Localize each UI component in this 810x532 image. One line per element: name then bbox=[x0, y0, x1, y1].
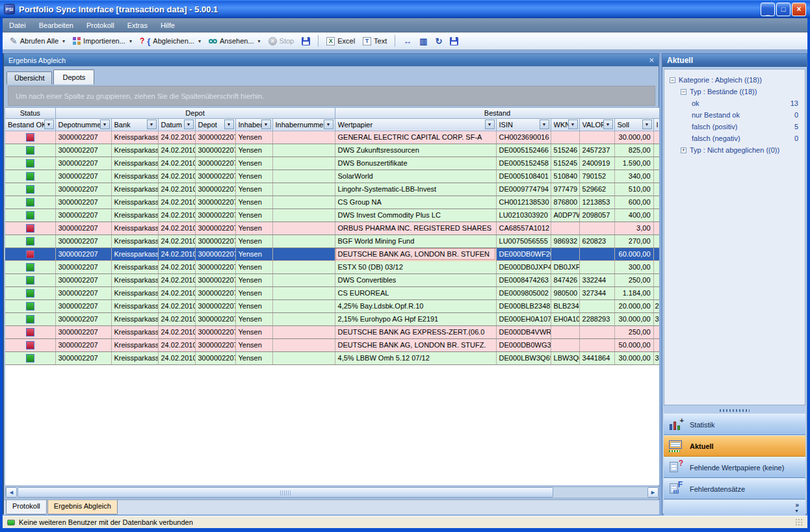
grid-cell[interactable]: SolarWorld bbox=[335, 170, 496, 183]
grid-cell[interactable]: 1.184,00 bbox=[614, 286, 653, 299]
tree-item[interactable]: −Kategorie : Abgleich ((18)) bbox=[664, 74, 805, 86]
grid-cell[interactable] bbox=[272, 131, 335, 144]
grid-cell[interactable]: 1.590,00 bbox=[614, 157, 653, 170]
grid-cell[interactable]: 300,00 bbox=[614, 260, 653, 273]
grid-cell[interactable]: Kreissparkasse bbox=[111, 170, 158, 183]
grid-cell[interactable]: DE000DB0WG37 bbox=[496, 338, 551, 351]
table-row[interactable]: 3000002207Kreissparkasse24.02.2010300000… bbox=[5, 286, 659, 299]
grid-cell[interactable] bbox=[5, 325, 55, 338]
grid-cell[interactable] bbox=[653, 157, 659, 170]
grid-cell[interactable] bbox=[5, 196, 55, 209]
scroll-right-icon[interactable]: ► bbox=[647, 487, 659, 498]
column-header[interactable]: ISIN▼ bbox=[496, 118, 551, 131]
column-header[interactable]: Depot▼ bbox=[195, 118, 235, 131]
sidebar-splitter[interactable] bbox=[664, 407, 805, 413]
filter-dropdown-icon[interactable]: ▼ bbox=[184, 120, 194, 129]
tab-protokoll[interactable]: Protokoll bbox=[6, 500, 47, 514]
grid-cell[interactable]: Yensen bbox=[235, 260, 272, 273]
grid-cell[interactable]: Yensen bbox=[235, 234, 272, 247]
filter-dropdown-icon[interactable]: ▼ bbox=[147, 120, 157, 129]
grid-cell[interactable]: 20.000,00 bbox=[614, 299, 653, 312]
collapse-icon[interactable]: − bbox=[670, 77, 675, 83]
grid-cell[interactable] bbox=[5, 338, 55, 351]
filter-dropdown-icon[interactable]: ▼ bbox=[540, 120, 549, 129]
grid-cell[interactable]: 3000002207 bbox=[195, 222, 235, 234]
grid-cell[interactable]: 3000002207 bbox=[195, 273, 235, 286]
grid-cell[interactable] bbox=[5, 312, 55, 325]
grid-cell[interactable]: 270,00 bbox=[614, 234, 653, 247]
grid-cell[interactable]: 60.000,00 bbox=[614, 247, 653, 260]
grid-cell[interactable]: Kreissparkasse bbox=[111, 273, 158, 286]
grid-cell[interactable]: 3000002207 bbox=[55, 325, 111, 338]
grid-cell[interactable]: DEUTSCHE BANK AG EXPRESS-ZERT.(06.0 bbox=[335, 325, 496, 338]
grid-cell[interactable]: 3000002207 bbox=[55, 260, 111, 273]
grid-cell[interactable]: Yensen bbox=[235, 157, 272, 170]
grid-cell[interactable]: 3000002207 bbox=[55, 131, 111, 144]
tree-item[interactable]: nur Bestand ok0 bbox=[664, 109, 805, 121]
export-text-button[interactable]: T Text bbox=[359, 36, 390, 47]
grid-cell[interactable]: 4,5% LBBW Omh 5.12 07/12 bbox=[335, 351, 496, 364]
grid-cell[interactable]: 250,00 bbox=[614, 325, 653, 338]
ansehen-dropdown-icon[interactable]: ▾ bbox=[258, 38, 261, 44]
grid-cell[interactable] bbox=[5, 183, 55, 196]
tree-item[interactable]: falsch (negativ)0 bbox=[664, 133, 805, 144]
grid-cell[interactable]: 3000002207 bbox=[55, 286, 111, 299]
grid-cell[interactable]: CS EUROREAL bbox=[335, 286, 496, 299]
grid-cell[interactable]: 3000002207 bbox=[195, 325, 235, 338]
tab-ergebnis-abgleich[interactable]: Ergebnis Abgleich bbox=[47, 500, 118, 514]
column-header[interactable]: Depotnummer▼ bbox=[55, 118, 111, 131]
grid-cell[interactable]: 3 bbox=[653, 351, 659, 364]
grid-cell[interactable]: 3000002207 bbox=[195, 351, 235, 364]
tree-item[interactable]: +Typ : Nicht abgeglichen ((0)) bbox=[664, 144, 805, 156]
grid-cell[interactable] bbox=[5, 209, 55, 222]
grid-cell[interactable] bbox=[551, 222, 579, 234]
table-row[interactable]: 3000002207Kreissparkasse24.02.2010300000… bbox=[5, 170, 659, 183]
grid-cell[interactable]: LU0075056555 bbox=[496, 234, 551, 247]
export-excel-button[interactable]: X Excel bbox=[323, 36, 358, 47]
grid-cell[interactable]: 24.02.2010 bbox=[158, 325, 195, 338]
grid-cell[interactable]: 24.02.2010 bbox=[158, 351, 195, 364]
grid-cell[interactable]: 600,00 bbox=[614, 196, 653, 209]
grid-cell[interactable]: Kreissparkasse bbox=[111, 299, 158, 312]
grid-cell[interactable] bbox=[579, 131, 614, 144]
grid-cell[interactable] bbox=[272, 157, 335, 170]
grid-cell[interactable] bbox=[5, 247, 55, 260]
refresh-button[interactable]: ↻ bbox=[432, 35, 446, 47]
fit-width-button[interactable]: ↔ bbox=[400, 35, 415, 47]
grid-cell[interactable] bbox=[579, 338, 614, 351]
grid-cell[interactable]: Yensen bbox=[235, 170, 272, 183]
grid-cell[interactable] bbox=[653, 222, 659, 234]
minimize-button[interactable]: _ bbox=[761, 3, 775, 16]
grid-cell[interactable]: CH0023690016 bbox=[496, 131, 551, 144]
column-header[interactable]: Inhaber▼ bbox=[235, 118, 272, 131]
grid-cell[interactable]: 510840 bbox=[551, 170, 579, 183]
grid-cell[interactable]: DE0008474263 bbox=[496, 273, 551, 286]
grid-cell[interactable]: 24.02.2010 bbox=[158, 209, 195, 222]
ansehen-button[interactable]: Ansehen... ▾ bbox=[205, 36, 264, 46]
grid-cell[interactable]: 977479 bbox=[551, 183, 579, 196]
grid-cell[interactable]: 3000002207 bbox=[55, 209, 111, 222]
table-row[interactable]: 3000002207Kreissparkasse24.02.2010300000… bbox=[5, 234, 659, 247]
grid-cell[interactable] bbox=[5, 157, 55, 170]
grid-cell[interactable]: LU0210303920 bbox=[496, 209, 551, 222]
grid-cell[interactable]: DE0009774794 bbox=[496, 183, 551, 196]
grid-cell[interactable] bbox=[272, 351, 335, 364]
grid-cell[interactable]: 30.000,00 bbox=[614, 351, 653, 364]
grid-cell[interactable] bbox=[579, 222, 614, 234]
grid-cell[interactable]: 30.000,00 bbox=[614, 312, 653, 325]
grid-cell[interactable]: Yensen bbox=[235, 131, 272, 144]
grid-cell[interactable]: 3000002207 bbox=[55, 144, 111, 157]
grid-cell[interactable] bbox=[5, 299, 55, 312]
grid-cell[interactable]: 24.02.2010 bbox=[158, 273, 195, 286]
grid-cell[interactable]: 24.02.2010 bbox=[158, 170, 195, 183]
grid-cell[interactable]: 3000002207 bbox=[195, 234, 235, 247]
nav-aktuell[interactable]: Aktuell bbox=[664, 435, 805, 457]
columns-button[interactable]: ▥ bbox=[416, 35, 430, 47]
grid-cell[interactable]: DE0005152466 bbox=[496, 144, 551, 157]
grid-cell[interactable]: 986932 bbox=[551, 234, 579, 247]
grid-cell[interactable]: 825,00 bbox=[614, 144, 653, 157]
grid-cell[interactable]: Kreissparkasse bbox=[111, 222, 158, 234]
grid-cell[interactable]: LBW3Q6 bbox=[551, 351, 579, 364]
column-header[interactable]: Bank▼ bbox=[111, 118, 158, 131]
grid-cell[interactable] bbox=[272, 338, 335, 351]
